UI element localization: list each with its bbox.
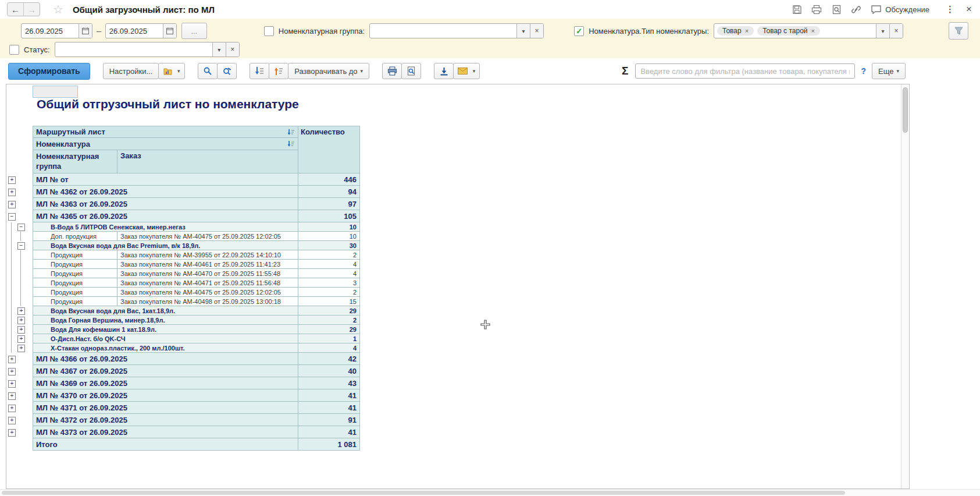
print-button[interactable] xyxy=(382,63,402,79)
expand-to-button[interactable]: Разворачивать до ▾ xyxy=(288,63,369,79)
cell-qty[interactable]: 3 xyxy=(298,278,360,288)
cell-qty[interactable]: 30 xyxy=(298,241,360,250)
report-row-group[interactable]: +МЛ № от446 xyxy=(6,173,360,186)
cell-order[interactable]: Заказ покупателя № АМ-40475 от 25.09.202… xyxy=(117,288,298,297)
cell-qty[interactable]: 4 xyxy=(298,260,360,269)
cell-nomenclature-group[interactable]: Доп. продукция xyxy=(33,232,117,241)
expander-plus-icon[interactable]: + xyxy=(17,335,25,343)
cell-qty[interactable]: 1 081 xyxy=(298,438,360,451)
cell-qty[interactable]: 10 xyxy=(298,232,360,241)
settings-button[interactable]: Настройки... xyxy=(103,63,159,79)
cell-qty[interactable]: 2 xyxy=(298,316,360,325)
cell-qty[interactable]: 446 xyxy=(298,173,360,186)
cell-qty[interactable]: 91 xyxy=(298,414,360,426)
cell-name[interactable]: МЛ № 4362 от 26.09.2025 xyxy=(33,186,298,198)
cell-order[interactable]: Заказ покупателя № АМ-40498 от 25.09.202… xyxy=(117,297,298,306)
close-icon[interactable]: × xyxy=(966,3,972,15)
report-row-group[interactable]: +МЛ № 4370 от 26.09.202541 xyxy=(6,389,360,402)
report-row-order[interactable]: ПродукцияЗаказ покупателя № АМ-40475 от … xyxy=(6,288,360,297)
report-row-product[interactable]: +Вода Для кофемашин 1 кат.18.9л.29 xyxy=(6,325,360,334)
report-row-product[interactable]: +О-Дисп.Наст. б/о QK-СЧ1 xyxy=(6,334,360,343)
report-row-total[interactable]: Итого1 081 xyxy=(6,438,360,451)
status-checkbox[interactable] xyxy=(9,45,19,55)
report-row-order[interactable]: Доп. продукцияЗаказ покупателя № АМ-4047… xyxy=(6,232,360,241)
report-row-group[interactable]: +МЛ № 4367 от 26.09.202540 xyxy=(6,365,360,377)
cell-qty[interactable]: 29 xyxy=(298,325,360,334)
cell-nomenclature-group[interactable]: Продукция xyxy=(33,288,117,297)
link-icon[interactable] xyxy=(850,3,862,15)
vertical-scrollbar[interactable] xyxy=(901,84,909,488)
report-row-group[interactable]: +МЛ № 4369 от 26.09.202543 xyxy=(6,377,360,389)
filter-settings-button[interactable] xyxy=(949,22,968,40)
horizontal-scrollbar[interactable] xyxy=(0,489,980,496)
cell-name[interactable]: Вода Вкусная вода для Вас, 1кат.18,9л. xyxy=(33,306,298,316)
column-header-group[interactable]: Номенклатурная группа xyxy=(33,150,117,173)
cell-qty[interactable]: 1 xyxy=(298,334,360,343)
report-row-order[interactable]: ПродукцияЗаказ покупателя № АМ-40471 от … xyxy=(6,278,360,288)
expander-plus-icon[interactable]: + xyxy=(8,392,16,400)
report-row-product[interactable]: +Вода Горная Вершина, минер.18,9л.2 xyxy=(6,316,360,325)
filter-tag[interactable]: Товар с тарой× xyxy=(757,26,820,36)
report-row-product[interactable]: +Вода Вкусная вода для Вас, 1кат.18,9л.2… xyxy=(6,306,360,316)
cell-name[interactable]: МЛ № 4363 от 26.09.2025 xyxy=(33,198,298,210)
cell-qty[interactable]: 4 xyxy=(298,269,360,278)
generate-button[interactable]: Сформировать xyxy=(8,63,90,80)
expander-plus-icon[interactable]: + xyxy=(8,356,16,363)
cell-name[interactable]: Итого xyxy=(33,438,298,451)
cell-name[interactable]: Х-Стакан однораз.пластик., 200 мл./100шт… xyxy=(33,343,298,353)
cancel-search-button[interactable] xyxy=(217,63,237,79)
expander-plus-icon[interactable]: + xyxy=(17,345,25,352)
clear-icon[interactable]: × xyxy=(530,24,543,38)
sum-icon[interactable]: Σ xyxy=(622,65,628,77)
expander-plus-icon[interactable]: + xyxy=(17,317,25,324)
more-button[interactable]: Еще ▾ xyxy=(872,63,906,79)
cell-name[interactable]: Вода Для кофемашин 1 кат.18.9л. xyxy=(33,325,298,334)
tag-remove-icon[interactable]: × xyxy=(811,27,815,34)
expander-plus-icon[interactable]: + xyxy=(8,176,16,184)
cell-nomenclature-group[interactable]: Продукция xyxy=(33,260,117,269)
settings-variants-button[interactable]: ▾ xyxy=(158,63,185,79)
report-row-order[interactable]: ПродукцияЗаказ покупателя № АМ-39955 от … xyxy=(6,250,360,260)
expander-plus-icon[interactable]: + xyxy=(17,307,25,315)
expander-plus-icon[interactable]: + xyxy=(8,405,16,412)
preview-button[interactable] xyxy=(401,63,421,79)
cell-order[interactable]: Заказ покупателя № АМ-40470 от 25.09.202… xyxy=(117,269,298,278)
cell-nomenclature-group[interactable]: Продукция xyxy=(33,278,117,288)
date-to-input[interactable] xyxy=(106,24,163,38)
column-header-nomenclature[interactable]: Номенклатура xyxy=(33,138,298,150)
cell-name[interactable]: Вода Горная Вершина, минер.18,9л. xyxy=(33,316,298,325)
calendar-icon[interactable] xyxy=(79,24,92,38)
nomenclature-group-checkbox[interactable] xyxy=(264,26,274,36)
vertical-scrollbar-thumb[interactable] xyxy=(903,87,908,133)
column-header-order[interactable]: Заказ xyxy=(117,150,298,173)
report-row-group[interactable]: −МЛ № 4365 от 26.09.2025105 xyxy=(6,210,360,222)
cell-order[interactable]: Заказ покупателя № АМ-40475 от 25.09.202… xyxy=(117,232,298,241)
column-header-route[interactable]: Маршрутный лист xyxy=(33,126,298,138)
cell-qty[interactable]: 29 xyxy=(298,306,360,316)
report-row-product[interactable]: +Х-Стакан однораз.пластик., 200 мл./100ш… xyxy=(6,343,360,353)
cell-name[interactable]: МЛ № 4373 от 26.09.2025 xyxy=(33,426,298,438)
cell-order[interactable]: Заказ покупателя № АМ-40461 от 25.09.202… xyxy=(117,260,298,269)
tag-remove-icon[interactable]: × xyxy=(745,27,749,34)
cell-qty[interactable]: 42 xyxy=(298,353,360,365)
nomenclature-type-checkbox[interactable]: ✓ xyxy=(574,26,584,36)
forward-button[interactable]: → xyxy=(23,3,40,16)
report-row-group[interactable]: +МЛ № 4363 от 26.09.202597 xyxy=(6,198,360,210)
expander-plus-icon[interactable]: + xyxy=(8,429,16,437)
cell-name[interactable]: МЛ № 4370 от 26.09.2025 xyxy=(33,389,298,402)
filter-tag[interactable]: Товар× xyxy=(717,26,754,36)
more-menu-icon[interactable]: ⋮ xyxy=(946,4,954,15)
send-mail-button[interactable]: ▾ xyxy=(453,63,480,79)
expand-groups-button[interactable] xyxy=(269,63,288,79)
report-row-group[interactable]: +МЛ № 4362 от 26.09.202594 xyxy=(6,186,360,198)
print-icon[interactable] xyxy=(811,3,822,15)
report-row-group[interactable]: +МЛ № 4372 от 26.09.202591 xyxy=(6,414,360,426)
save-report-button[interactable] xyxy=(434,63,454,79)
discussion-button[interactable]: Обсуждение xyxy=(870,3,929,15)
clear-icon[interactable]: × xyxy=(889,24,903,38)
cell-qty[interactable]: 4 xyxy=(298,343,360,353)
quick-filter-input[interactable] xyxy=(635,63,855,79)
cell-qty[interactable]: 40 xyxy=(298,365,360,377)
cell-qty[interactable]: 2 xyxy=(298,250,360,260)
collapse-groups-button[interactable] xyxy=(250,63,269,79)
